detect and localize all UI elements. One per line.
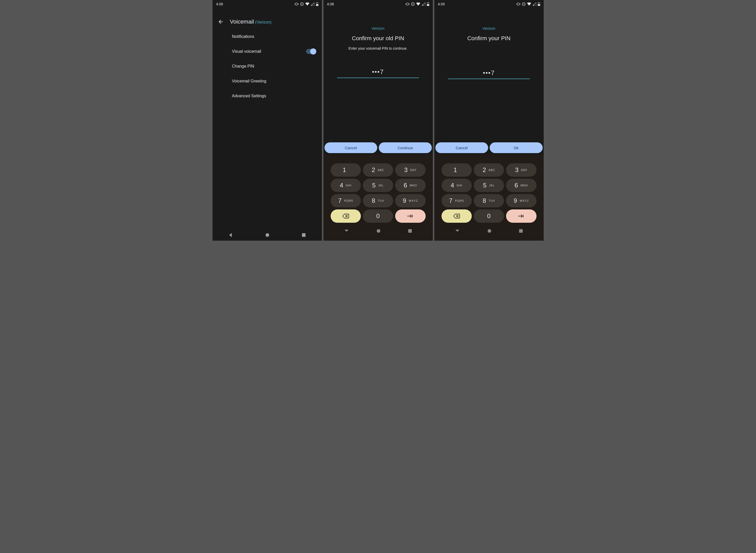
- key-1[interactable]: 1: [330, 163, 361, 177]
- settings-header: Voicemail (Verizon): [213, 8, 322, 29]
- wifi-icon: [416, 3, 420, 6]
- key-3[interactable]: 3DEF: [506, 163, 536, 177]
- nav-recents-icon[interactable]: [519, 229, 523, 233]
- battery-icon: [427, 2, 429, 6]
- key-7[interactable]: 7PQRS: [442, 194, 472, 208]
- key-2[interactable]: 2ABC: [363, 163, 393, 177]
- key-backspace[interactable]: [330, 210, 361, 223]
- settings-item-greeting[interactable]: Voicemail Greeting: [232, 74, 322, 89]
- nav-hide-keyboard-icon[interactable]: [344, 229, 349, 233]
- nav-home-icon[interactable]: [487, 229, 492, 233]
- key-1[interactable]: 1: [442, 163, 472, 177]
- pin-input[interactable]: •••7: [448, 69, 530, 79]
- carrier-label: (Verizon): [255, 20, 272, 24]
- action-buttons: Cancel Ok: [434, 142, 544, 153]
- screen-voicemail-settings: 4:08 Voicemail (Verizon) Notifications V…: [213, 0, 322, 241]
- backspace-icon: [453, 214, 460, 218]
- key-0[interactable]: 0: [474, 210, 504, 223]
- svg-rect-20: [539, 2, 539, 3]
- screen-confirm-old-pin: 4:08 Verizon Confirm your old PIN Enter …: [323, 0, 433, 241]
- android-nav-bar: [442, 225, 536, 237]
- visual-voicemail-toggle[interactable]: [306, 49, 316, 54]
- settings-item-notifications[interactable]: Notifications: [232, 29, 322, 44]
- action-buttons: Cancel Continue: [323, 142, 433, 153]
- dnd-icon: [411, 2, 414, 6]
- settings-item-advanced[interactable]: Advanced Settings: [232, 89, 322, 103]
- continue-button[interactable]: Continue: [379, 142, 432, 153]
- key-2[interactable]: 2ABC: [474, 163, 504, 177]
- cancel-button[interactable]: Cancel: [435, 142, 488, 153]
- vibrate-icon: [516, 3, 520, 6]
- settings-title-wrap: Voicemail (Verizon): [230, 18, 272, 25]
- numeric-keypad: 1 2ABC 3DEF 4GHI 5JKL 6MNO 7PQRS 8TUV 9W…: [434, 155, 544, 241]
- key-3[interactable]: 3DEF: [395, 163, 426, 177]
- key-enter[interactable]: [506, 210, 536, 223]
- carrier-label: Verizon: [372, 26, 384, 30]
- settings-list: Notifications Visual voicemail Change PI…: [213, 29, 322, 103]
- key-0[interactable]: 0: [363, 210, 393, 223]
- key-7[interactable]: 7PQRS: [330, 194, 361, 208]
- pin-subtitle: Enter your voicemail PIN to continue.: [349, 46, 407, 51]
- key-9[interactable]: 9WXYZ: [395, 194, 426, 208]
- key-6[interactable]: 6MNO: [395, 179, 426, 192]
- svg-rect-7: [302, 233, 306, 237]
- key-9[interactable]: 9WXYZ: [506, 194, 536, 208]
- key-8[interactable]: 8TUV: [363, 194, 393, 208]
- pin-entry-area: Verizon Confirm your old PIN Enter your …: [323, 8, 433, 142]
- pin-title: Confirm your old PIN: [352, 35, 404, 42]
- settings-item-label: Notifications: [232, 34, 254, 39]
- key-backspace[interactable]: [442, 210, 472, 223]
- signal-icon: [533, 3, 536, 6]
- svg-point-22: [487, 229, 491, 233]
- settings-item-label: Change PIN: [232, 64, 254, 69]
- wifi-icon: [305, 3, 309, 6]
- svg-point-6: [266, 233, 269, 237]
- pin-entry-area: Verizon Confirm your PIN •••7: [434, 8, 544, 142]
- numeric-keypad: 1 2ABC 3DEF 4GHI 5JKL 6MNO 7PQRS 8TUV 9W…: [323, 155, 433, 241]
- svg-rect-16: [518, 3, 519, 5]
- key-6[interactable]: 6MNO: [506, 179, 536, 192]
- enter-icon: [407, 214, 413, 218]
- nav-hide-keyboard-icon[interactable]: [455, 229, 460, 233]
- svg-rect-15: [408, 229, 412, 233]
- svg-point-14: [377, 229, 380, 233]
- vibrate-icon: [295, 3, 299, 6]
- android-nav-bar: [213, 229, 322, 241]
- android-nav-bar: [330, 225, 426, 237]
- key-enter[interactable]: [395, 210, 426, 223]
- battery-icon: [538, 2, 540, 6]
- enter-icon: [518, 214, 525, 218]
- status-time: 4:08: [327, 2, 334, 6]
- nav-back-icon[interactable]: [228, 232, 233, 238]
- key-4[interactable]: 4GHI: [442, 179, 472, 192]
- dnd-icon: [300, 2, 304, 6]
- svg-rect-23: [519, 229, 523, 233]
- status-bar: 4:08: [323, 0, 433, 8]
- status-time: 4:09: [438, 2, 445, 6]
- nav-home-icon[interactable]: [265, 232, 270, 238]
- page-title: Voicemail: [230, 18, 254, 25]
- screen-confirm-pin: 4:09 Verizon Confirm your PIN •••7 Cance…: [434, 0, 544, 241]
- battery-icon: [316, 2, 318, 6]
- back-arrow-icon[interactable]: [218, 19, 224, 25]
- settings-item-change-pin[interactable]: Change PIN: [232, 59, 322, 74]
- status-bar: 4:08: [213, 0, 322, 8]
- settings-item-visual-voicemail[interactable]: Visual voicemail: [232, 44, 322, 59]
- pin-input[interactable]: •••7: [337, 68, 419, 78]
- cancel-button[interactable]: Cancel: [324, 142, 377, 153]
- status-bar: 4:09: [434, 0, 544, 8]
- key-5[interactable]: 5JKL: [363, 179, 393, 192]
- key-5[interactable]: 5JKL: [474, 179, 504, 192]
- nav-home-icon[interactable]: [376, 229, 381, 233]
- nav-recents-icon[interactable]: [408, 229, 412, 233]
- status-icons: [516, 2, 540, 6]
- vibrate-icon: [405, 3, 409, 6]
- key-4[interactable]: 4GHI: [330, 179, 361, 192]
- wifi-icon: [527, 3, 531, 6]
- settings-item-label: Advanced Settings: [232, 94, 266, 98]
- nav-recents-icon[interactable]: [301, 233, 306, 237]
- svg-rect-8: [407, 3, 408, 5]
- ok-button[interactable]: Ok: [489, 142, 543, 153]
- svg-rect-0: [296, 3, 297, 5]
- key-8[interactable]: 8TUV: [474, 194, 504, 208]
